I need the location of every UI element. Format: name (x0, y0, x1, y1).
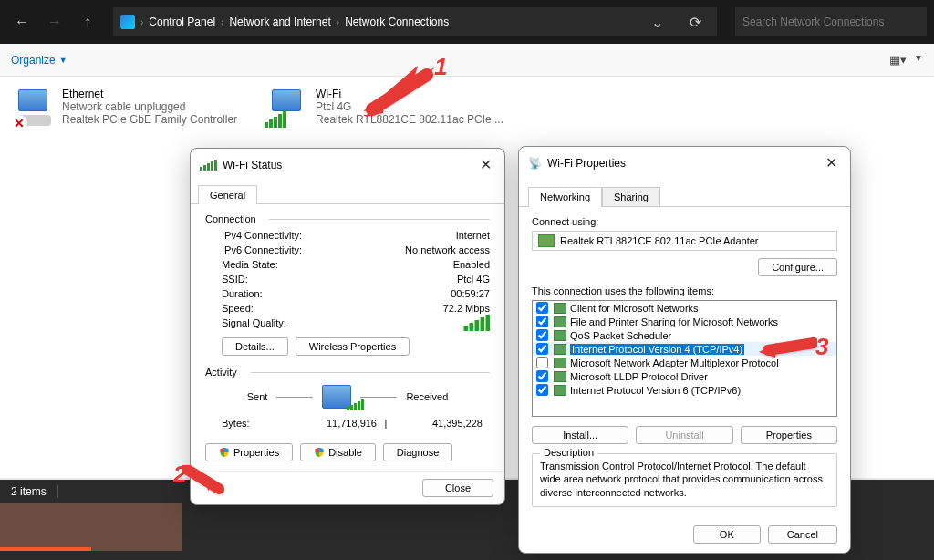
item-label: Microsoft LLDP Protocol Driver (570, 371, 708, 382)
dialog-titlebar[interactable]: Wi-Fi Status ✕ (191, 149, 504, 181)
value: Ptcl 4G (457, 274, 490, 285)
dialog-titlebar[interactable]: 📡 Wi-Fi Properties ✕ (519, 147, 850, 179)
item-label: Client for Microsoft Networks (570, 303, 699, 314)
dialog-title-text: Wi-Fi Status (223, 159, 282, 171)
item-checkbox[interactable] (536, 316, 548, 327)
value: 00:59:27 (451, 288, 490, 299)
close-button[interactable]: Close (422, 479, 493, 497)
ok-button[interactable]: OK (693, 525, 761, 544)
list-item[interactable]: File and Printer Sharing for Microsoft N… (533, 315, 836, 328)
adapter-name-field: Realtek RTL8821CE 802.11ac PCIe Adapter (532, 231, 837, 251)
breadcrumb[interactable]: Network and Internet (229, 16, 330, 28)
dropdown-icon[interactable]: ⌄ (642, 7, 671, 36)
item-checkbox[interactable] (536, 370, 548, 382)
breadcrumb[interactable]: Control Panel (149, 16, 215, 28)
protocol-icon (554, 371, 566, 382)
description-text: Transmission Control Protocol/Internet P… (540, 460, 829, 499)
label: Speed: (222, 303, 254, 314)
item-label: File and Printer Sharing for Microsoft N… (570, 316, 778, 327)
group-activity-label: Activity (205, 367, 490, 378)
protocol-icon (554, 385, 566, 396)
protocol-icon (554, 303, 566, 314)
chevron-down-icon: ▼ (59, 56, 67, 65)
list-item[interactable]: Internet Protocol Version 6 (TCP/IPv6) (533, 383, 836, 397)
annotation-arrow-3 (757, 337, 817, 363)
configure-button[interactable]: Configure... (758, 258, 837, 276)
item-checkbox[interactable] (536, 343, 548, 355)
signal-icon (265, 111, 286, 128)
organize-button[interactable]: Organize▼ (11, 54, 67, 67)
install-button[interactable]: Install... (532, 426, 628, 444)
bytes-sent: 11,718,916 (276, 418, 377, 429)
item-checkbox[interactable] (536, 357, 548, 368)
item-checkbox[interactable] (536, 384, 548, 396)
close-button[interactable]: ✕ (476, 156, 495, 173)
item-checkbox[interactable] (536, 302, 548, 314)
annotation-arrow-2 (182, 465, 228, 501)
wifi-icon (265, 88, 308, 131)
back-button[interactable]: ← (7, 7, 36, 36)
refresh-icon[interactable]: ⟳ (680, 7, 710, 36)
explorer-header: ← → ↑ › Control Panel › Network and Inte… (0, 0, 934, 44)
value: Enabled (453, 259, 490, 270)
item-label: Microsoft Network Adapter Multiplexor Pr… (570, 358, 779, 368)
connect-using-label: Connect using: (532, 216, 837, 227)
cancel-button[interactable]: Cancel (768, 525, 837, 544)
more-options-icon[interactable]: ▼ (914, 53, 923, 67)
label: Duration: (222, 288, 263, 299)
uninstall-button[interactable]: Uninstall (636, 426, 732, 444)
details-button[interactable]: Details... (222, 337, 288, 356)
item-label: Internet Protocol Version 4 (TCP/IPv4) (570, 344, 744, 355)
item-checkbox[interactable] (536, 329, 548, 341)
item-label: Internet Protocol Version 6 (TCP/IPv6) (570, 385, 741, 396)
sent-label: Sent (247, 391, 268, 402)
search-box[interactable] (735, 7, 927, 36)
shield-icon (314, 447, 325, 458)
protocol-icon (554, 344, 566, 355)
ethernet-icon: ✕ (11, 88, 55, 131)
label: Signal Quality: (222, 317, 286, 328)
description-label: Description (540, 447, 597, 458)
breadcrumb[interactable]: Network Connections (345, 16, 449, 28)
address-bar[interactable]: › Control Panel › Network and Internet ›… (113, 7, 717, 36)
wireless-properties-button[interactable]: Wireless Properties (296, 337, 410, 356)
dialog-title-text: Wi-Fi Properties (547, 157, 626, 170)
breadcrumb-sep: › (140, 17, 143, 27)
tab-general[interactable]: General (198, 185, 257, 204)
item-properties-button[interactable]: Properties (741, 426, 837, 444)
received-label: Received (406, 391, 448, 402)
value: Internet (456, 230, 490, 241)
signal-quality-icon (464, 315, 491, 331)
list-item[interactable]: Microsoft LLDP Protocol Driver (533, 369, 836, 383)
control-panel-icon (120, 15, 135, 29)
bytes-label: Bytes: (222, 418, 276, 429)
item-count: 2 items (11, 485, 58, 498)
item-label: QoS Packet Scheduler (570, 330, 671, 341)
label: IPv4 Connectivity: (222, 230, 302, 241)
adapter-status: Network cable unplugged (62, 100, 237, 113)
nic-icon (538, 234, 555, 247)
annotation-arrow-1 (363, 66, 436, 124)
value: No network access (405, 244, 490, 255)
disable-button[interactable]: Disable (300, 443, 376, 461)
wifi-status-dialog: Wi-Fi Status ✕ General Connection IPv4 C… (190, 148, 505, 505)
items-label: This connection uses the following items… (532, 285, 837, 296)
label: IPv6 Connectivity: (222, 244, 302, 255)
view-options-icon[interactable]: ▦▾ (889, 53, 907, 67)
up-button[interactable]: ↑ (73, 7, 102, 36)
signal-icon (200, 160, 217, 171)
search-input[interactable] (742, 16, 919, 28)
group-connection-label: Connection (205, 213, 490, 224)
annotation-number-1: 1 (434, 53, 447, 81)
tab-sharing[interactable]: Sharing (602, 187, 660, 207)
properties-button[interactable]: Properties (205, 443, 293, 461)
activity-visual: Sent Received (205, 385, 490, 409)
forward-button[interactable]: → (40, 7, 69, 36)
tab-networking[interactable]: Networking (528, 187, 602, 207)
background-window-fragment (0, 503, 182, 551)
label: SSID: (222, 274, 248, 285)
diagnose-button[interactable]: Diagnose (383, 443, 452, 461)
list-item[interactable]: Client for Microsoft Networks (533, 301, 836, 315)
signal-icon (347, 399, 364, 410)
close-button[interactable]: ✕ (822, 154, 841, 171)
